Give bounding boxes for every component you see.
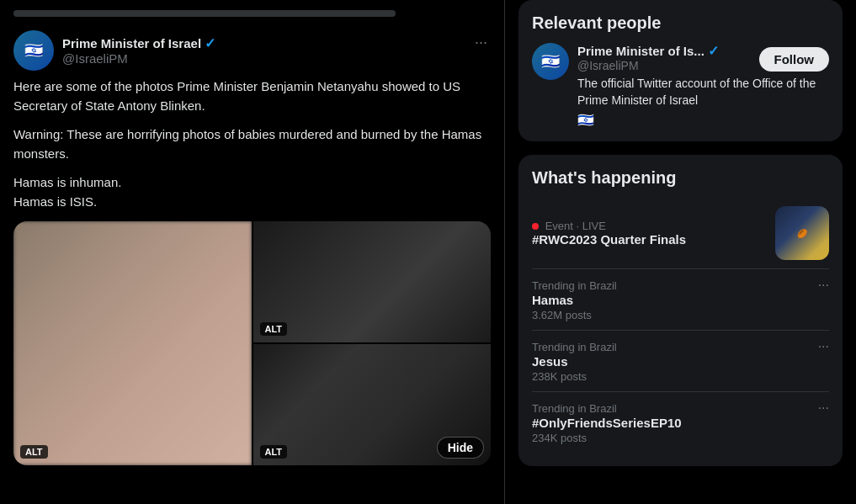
relevant-people-card: Relevant people 🇮🇱 Prime Minister of Is.… — [518, 0, 843, 141]
person-flag: 🇮🇱 — [577, 112, 829, 128]
relevant-people-title: Relevant people — [532, 13, 829, 33]
verified-badge-icon: ✓ — [205, 35, 215, 51]
trending-count-hamas: 3.62M posts — [532, 309, 829, 321]
trending-item-jesus[interactable]: Trending in Brazil ··· Jesus 238K posts — [532, 331, 829, 392]
trending-count-jesus: 238K posts — [532, 370, 829, 383]
avatar[interactable]: 🇮🇱 — [13, 30, 54, 71]
person-display-name: Prime Minister of Is... ✓ — [577, 43, 759, 59]
trending-more-onlyfriends[interactable]: ··· — [818, 401, 829, 416]
image-placeholder-1 — [13, 221, 252, 465]
trending-more-hamas[interactable]: ··· — [818, 278, 829, 293]
follow-button[interactable]: Follow — [759, 47, 830, 72]
display-name-text: Prime Minister of Israel — [62, 36, 201, 50]
trending-topic-onlyfriends: #OnlyFriendsSeriesEP10 — [532, 416, 829, 430]
tweet-text: Here are some of the photos Prime Minist… — [13, 77, 491, 211]
person-info: Prime Minister of Is... ✓ @IsraeliPM Fol… — [577, 43, 829, 128]
person-verified-icon: ✓ — [708, 43, 719, 59]
display-name: Prime Minister of Israel ✓ — [62, 35, 215, 51]
alt-badge-2[interactable]: ALT — [260, 322, 288, 336]
trending-topic-jesus: Jesus — [532, 354, 829, 369]
tweet-paragraph-1: Here are some of the photos Prime Minist… — [13, 77, 491, 115]
trending-label-jesus: Trending in Brazil — [532, 341, 617, 353]
person-display-name-text: Prime Minister of Is... — [577, 44, 704, 58]
tweet-header-left: 🇮🇱 Prime Minister of Israel ✓ @IsraeliPM — [13, 30, 215, 71]
hide-button[interactable]: Hide — [437, 437, 484, 459]
event-thumb-image: 🏉 — [775, 206, 829, 260]
live-event-meta: Event · LIVE — [545, 220, 606, 232]
person-avatar[interactable]: 🇮🇱 — [532, 43, 569, 80]
avatar-image: 🇮🇱 — [13, 30, 54, 71]
person-bio: The official Twitter account of the Offi… — [577, 76, 829, 109]
trending-label-hamas: Trending in Brazil — [532, 279, 617, 292]
whats-happening-card: What's happening Event · LIVE #RWC2023 Q… — [518, 155, 843, 466]
tweet-image-grid: ALT ALT ALT Hide — [13, 221, 491, 465]
tweet-paragraph-2: Warning: These are horrifying photos of … — [13, 125, 491, 163]
trending-meta-jesus: Trending in Brazil ··· — [532, 339, 829, 354]
live-badge: Event · LIVE — [532, 220, 767, 232]
person-row: 🇮🇱 Prime Minister of Is... ✓ @IsraeliPM … — [532, 43, 829, 128]
tweet-header: 🇮🇱 Prime Minister of Israel ✓ @IsraeliPM… — [13, 30, 491, 71]
trending-topic-hamas: Hamas — [532, 293, 829, 307]
image-placeholder-2 — [253, 221, 492, 342]
person-name-row: Prime Minister of Is... ✓ @IsraeliPM Fol… — [577, 43, 829, 76]
trending-more-jesus[interactable]: ··· — [818, 339, 829, 354]
alt-badge-3[interactable]: ALT — [260, 445, 288, 459]
trending-label-onlyfriends: Trending in Brazil — [532, 402, 617, 415]
more-options-button[interactable]: ··· — [471, 30, 491, 55]
username: @IsraeliPM — [62, 51, 215, 66]
alt-badge-1[interactable]: ALT — [20, 445, 48, 459]
live-dot-icon — [532, 223, 539, 230]
trending-item-onlyfriends[interactable]: Trending in Brazil ··· #OnlyFriendsSerie… — [532, 392, 829, 453]
event-thumbnail: 🏉 — [775, 206, 829, 260]
account-info: Prime Minister of Israel ✓ @IsraeliPM — [62, 35, 215, 66]
trending-meta-hamas: Trending in Brazil ··· — [532, 278, 829, 293]
trending-meta-onlyfriends: Trending in Brazil ··· — [532, 401, 829, 416]
live-event-title: #RWC2023 Quarter Finals — [532, 232, 767, 247]
person-username: @IsraeliPM — [577, 59, 759, 72]
tweet-image-2[interactable]: ALT — [253, 221, 492, 342]
tweet-image-1[interactable]: ALT — [13, 221, 252, 465]
trending-count-onlyfriends: 234K posts — [532, 432, 829, 444]
person-name-block: Prime Minister of Is... ✓ @IsraeliPM — [577, 43, 759, 76]
whats-happening-title: What's happening — [532, 168, 829, 188]
trending-item-hamas[interactable]: Trending in Brazil ··· Hamas 3.62M posts — [532, 269, 829, 331]
live-event-info: Event · LIVE #RWC2023 Quarter Finals — [532, 220, 767, 247]
tweet-image-3[interactable]: ALT Hide — [253, 344, 492, 465]
live-event-row: Event · LIVE #RWC2023 Quarter Finals 🏉 — [532, 206, 829, 260]
tweet-panel: 🇮🇱 Prime Minister of Israel ✓ @IsraeliPM… — [0, 0, 505, 504]
live-event-item[interactable]: Event · LIVE #RWC2023 Quarter Finals 🏉 — [532, 198, 829, 269]
tweet-paragraph-3: Hamas is inhuman. Hamas is ISIS. — [13, 173, 491, 211]
top-bar-decoration — [13, 10, 396, 17]
right-panel: Relevant people 🇮🇱 Prime Minister of Is.… — [505, 0, 856, 504]
